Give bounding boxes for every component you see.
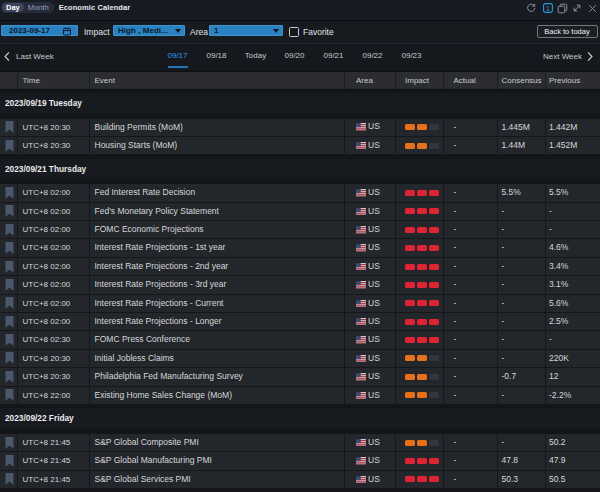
svg-text:1: 1 — [546, 5, 550, 12]
